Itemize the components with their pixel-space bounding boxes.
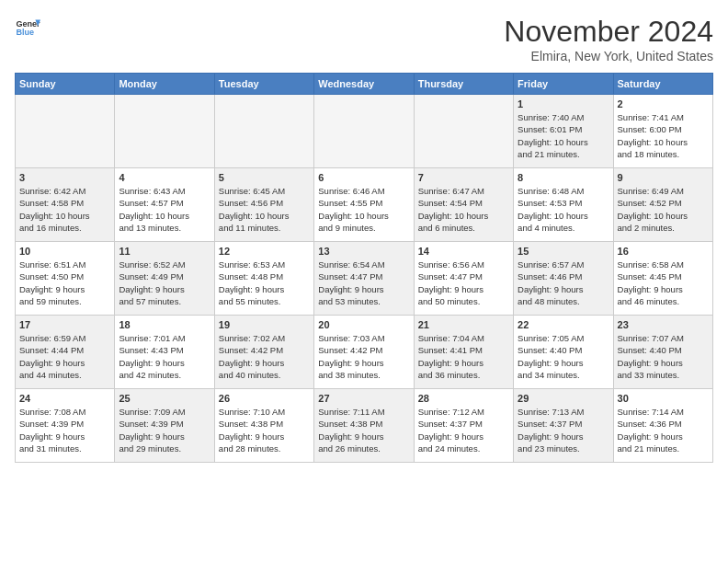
svg-text:Blue: Blue [16,28,34,37]
day-number: 22 [518,319,609,330]
day-number: 13 [318,246,409,257]
day-number: 20 [318,319,409,330]
day-info: Sunrise: 6:54 AMSunset: 4:47 PMDaylight:… [318,259,409,307]
day-info: Sunrise: 7:01 AMSunset: 4:43 PMDaylight:… [119,332,210,381]
calendar-cell: 20Sunrise: 7:03 AMSunset: 4:42 PMDayligh… [314,316,414,389]
calendar-cell: 1Sunrise: 7:40 AMSunset: 6:01 PMDaylight… [514,95,613,168]
calendar-cell [214,95,313,168]
day-number: 4 [119,172,210,183]
day-info: Sunrise: 6:49 AMSunset: 4:52 PMDaylight:… [618,185,709,234]
day-number: 30 [618,393,709,404]
day-number: 14 [418,246,509,257]
day-number: 26 [219,393,310,404]
calendar-cell: 16Sunrise: 6:58 AMSunset: 4:45 PMDayligh… [613,242,712,316]
day-info: Sunrise: 7:09 AMSunset: 4:39 PMDaylight:… [119,406,210,454]
day-info: Sunrise: 6:48 AMSunset: 4:53 PMDaylight:… [518,185,609,234]
day-info: Sunrise: 7:04 AMSunset: 4:41 PMDaylight:… [418,332,509,381]
day-number: 12 [219,246,310,257]
day-info: Sunrise: 7:40 AMSunset: 6:01 PMDaylight:… [518,111,609,160]
day-number: 8 [518,172,609,183]
day-number: 16 [618,246,709,257]
logo: General Blue [15,15,40,40]
day-info: Sunrise: 7:12 AMSunset: 4:37 PMDaylight:… [418,406,509,454]
day-number: 19 [219,319,310,330]
day-info: Sunrise: 7:14 AMSunset: 4:36 PMDaylight:… [618,406,709,454]
day-info: Sunrise: 6:58 AMSunset: 4:45 PMDaylight:… [618,259,709,307]
day-info: Sunrise: 7:13 AMSunset: 4:37 PMDaylight:… [518,406,609,454]
day-info: Sunrise: 7:05 AMSunset: 4:40 PMDaylight:… [518,332,609,381]
calendar-cell: 6Sunrise: 6:46 AMSunset: 4:55 PMDaylight… [314,168,414,242]
calendar-cell [115,95,214,168]
day-number: 28 [418,393,509,404]
day-number: 1 [518,98,609,109]
calendar-cell: 11Sunrise: 6:52 AMSunset: 4:49 PMDayligh… [115,242,214,316]
title-block: November 2024 Elmira, New York, United S… [504,15,713,63]
logo-icon: General Blue [15,15,40,40]
calendar-cell: 9Sunrise: 6:49 AMSunset: 4:52 PMDaylight… [613,168,712,242]
weekday-header-tuesday: Tuesday [214,74,313,95]
weekday-header-saturday: Saturday [613,74,712,95]
day-info: Sunrise: 6:45 AMSunset: 4:56 PMDaylight:… [219,185,310,234]
location-title: Elmira, New York, United States [504,49,713,63]
day-info: Sunrise: 7:11 AMSunset: 4:38 PMDaylight:… [318,406,409,454]
day-info: Sunrise: 7:08 AMSunset: 4:39 PMDaylight:… [19,406,110,454]
day-info: Sunrise: 6:47 AMSunset: 4:54 PMDaylight:… [418,185,509,234]
month-title: November 2024 [504,15,713,49]
day-number: 25 [119,393,210,404]
calendar-cell: 14Sunrise: 6:56 AMSunset: 4:47 PMDayligh… [414,242,513,316]
day-info: Sunrise: 6:42 AMSunset: 4:58 PMDaylight:… [19,185,110,234]
day-info: Sunrise: 6:51 AMSunset: 4:50 PMDaylight:… [19,259,110,307]
calendar-cell: 27Sunrise: 7:11 AMSunset: 4:38 PMDayligh… [314,389,414,463]
day-number: 24 [19,393,110,404]
weekday-header-monday: Monday [115,74,214,95]
calendar-cell: 2Sunrise: 7:41 AMSunset: 6:00 PMDaylight… [613,95,712,168]
day-info: Sunrise: 6:59 AMSunset: 4:44 PMDaylight:… [19,332,110,381]
day-number: 27 [318,393,409,404]
calendar-cell: 13Sunrise: 6:54 AMSunset: 4:47 PMDayligh… [314,242,414,316]
calendar-cell: 17Sunrise: 6:59 AMSunset: 4:44 PMDayligh… [16,316,115,389]
day-number: 2 [618,98,709,109]
calendar-cell: 28Sunrise: 7:12 AMSunset: 4:37 PMDayligh… [414,389,513,463]
day-number: 15 [518,246,609,257]
day-number: 10 [19,246,110,257]
day-number: 7 [418,172,509,183]
day-number: 23 [618,319,709,330]
calendar-cell: 23Sunrise: 7:07 AMSunset: 4:40 PMDayligh… [613,316,712,389]
calendar-cell: 7Sunrise: 6:47 AMSunset: 4:54 PMDaylight… [414,168,513,242]
calendar-cell: 30Sunrise: 7:14 AMSunset: 4:36 PMDayligh… [613,389,712,463]
day-info: Sunrise: 7:03 AMSunset: 4:42 PMDaylight:… [318,332,409,381]
weekday-header-sunday: Sunday [16,74,115,95]
calendar-cell: 5Sunrise: 6:45 AMSunset: 4:56 PMDaylight… [214,168,313,242]
day-info: Sunrise: 7:02 AMSunset: 4:42 PMDaylight:… [219,332,310,381]
calendar-cell: 29Sunrise: 7:13 AMSunset: 4:37 PMDayligh… [514,389,613,463]
day-number: 29 [518,393,609,404]
calendar-cell: 10Sunrise: 6:51 AMSunset: 4:50 PMDayligh… [16,242,115,316]
day-number: 6 [318,172,409,183]
calendar-cell: 4Sunrise: 6:43 AMSunset: 4:57 PMDaylight… [115,168,214,242]
day-number: 5 [219,172,310,183]
calendar-cell: 12Sunrise: 6:53 AMSunset: 4:48 PMDayligh… [214,242,313,316]
day-info: Sunrise: 6:57 AMSunset: 4:46 PMDaylight:… [518,259,609,307]
day-info: Sunrise: 6:52 AMSunset: 4:49 PMDaylight:… [119,259,210,307]
day-info: Sunrise: 6:46 AMSunset: 4:55 PMDaylight:… [318,185,409,234]
day-number: 9 [618,172,709,183]
calendar-cell: 18Sunrise: 7:01 AMSunset: 4:43 PMDayligh… [115,316,214,389]
weekday-header-wednesday: Wednesday [314,74,414,95]
day-info: Sunrise: 6:53 AMSunset: 4:48 PMDaylight:… [219,259,310,307]
calendar-cell: 22Sunrise: 7:05 AMSunset: 4:40 PMDayligh… [514,316,613,389]
calendar-cell [314,95,414,168]
calendar-cell: 24Sunrise: 7:08 AMSunset: 4:39 PMDayligh… [16,389,115,463]
day-number: 3 [19,172,110,183]
day-info: Sunrise: 7:07 AMSunset: 4:40 PMDaylight:… [618,332,709,381]
weekday-header-thursday: Thursday [414,74,513,95]
calendar-cell: 25Sunrise: 7:09 AMSunset: 4:39 PMDayligh… [115,389,214,463]
day-number: 17 [19,319,110,330]
day-info: Sunrise: 7:10 AMSunset: 4:38 PMDaylight:… [219,406,310,454]
calendar-table: SundayMondayTuesdayWednesdayThursdayFrid… [15,73,713,463]
calendar-cell: 8Sunrise: 6:48 AMSunset: 4:53 PMDaylight… [514,168,613,242]
calendar-cell: 3Sunrise: 6:42 AMSunset: 4:58 PMDaylight… [16,168,115,242]
calendar-cell [414,95,513,168]
calendar-cell [16,95,115,168]
calendar-cell: 21Sunrise: 7:04 AMSunset: 4:41 PMDayligh… [414,316,513,389]
day-info: Sunrise: 6:56 AMSunset: 4:47 PMDaylight:… [418,259,509,307]
